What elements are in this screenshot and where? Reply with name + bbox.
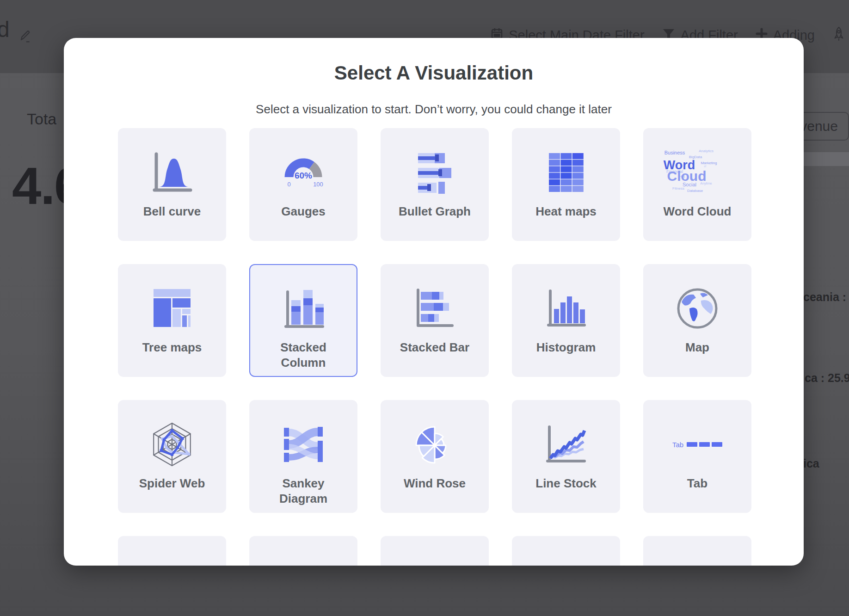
viz-card-label: Tab [687, 476, 708, 491]
tree-maps-icon [148, 285, 196, 332]
bullet-graph-icon [411, 149, 458, 196]
modal-title: Select A Visualization [64, 62, 804, 84]
viz-card-wind-rose[interactable]: Wind Rose [381, 400, 489, 513]
heat-maps-icon [542, 149, 590, 196]
sankey-diagram-icon [280, 421, 327, 468]
viz-card-icon-wrap [271, 554, 336, 566]
viz-card-label: Gauges [281, 204, 325, 219]
legend-africa: ca : 25.95 [805, 371, 849, 385]
svg-text:100: 100 [313, 181, 323, 188]
legend-america: ica [803, 457, 819, 470]
viz-card-icon-wrap [534, 283, 598, 334]
viz-card-heat-maps[interactable]: Heat maps [512, 128, 620, 241]
viz-card-label: Spider Web [139, 476, 205, 491]
viz-card-sankey-diagram[interactable]: Sankey Diagram [249, 400, 357, 513]
viz-card-icon-wrap [140, 283, 204, 334]
line-stock-icon [542, 421, 590, 468]
svg-text:0: 0 [287, 181, 290, 188]
viz-card-bullet-graph[interactable]: Bullet Graph [381, 128, 489, 241]
viz-card-label: Line Stock [535, 476, 596, 491]
viz-card-tab[interactable]: Tab Tab [643, 400, 751, 513]
viz-card-icon-wrap [534, 147, 598, 198]
viz-card-word-cloud[interactable]: BusinessAnalyticsBigDataWordITMarketingF… [643, 128, 751, 241]
viz-card-icon-wrap [140, 147, 204, 198]
map-globe-icon [674, 285, 721, 332]
viz-card-icon-wrap [271, 419, 336, 470]
gauges-icon: 60% 0 100 [280, 149, 327, 196]
viz-card-partial-5[interactable] [643, 536, 751, 566]
viz-card-label: Heat maps [535, 204, 597, 219]
tab-icon: Tab [672, 441, 722, 449]
viz-card-icon-wrap [534, 419, 598, 470]
viz-card-label: Bell curve [143, 204, 201, 219]
viz-card-partial-1[interactable] [118, 536, 226, 566]
viz-card-icon-wrap: BusinessAnalyticsBigDataWordITMarketingF… [665, 147, 730, 198]
viz-card-partial-4[interactable] [512, 536, 620, 566]
viz-card-icon-wrap [140, 419, 204, 470]
modal-subtitle: Select a visualization to start. Don’t w… [64, 102, 804, 117]
viz-card-label: Tree maps [142, 340, 202, 355]
svg-text:60%: 60% [295, 171, 312, 180]
viz-card-icon-wrap [665, 283, 730, 334]
kpi-label: Tota [27, 110, 56, 128]
visualization-modal: Select A Visualization Select a visualiz… [64, 38, 804, 566]
visualization-grid: Bell curve 60% 0 100 Gauges Bullet Graph… [118, 128, 751, 566]
viz-card-tree-maps[interactable]: Tree maps [118, 264, 226, 377]
viz-card-gauges[interactable]: 60% 0 100 Gauges [249, 128, 357, 241]
viz-card-icon-wrap [402, 283, 467, 334]
viz-card-label: Sankey Diagram [263, 476, 344, 506]
viz-card-label: Stacked Bar [400, 340, 469, 355]
stacked-column-icon [280, 285, 327, 332]
dashboard-title: d [0, 17, 10, 42]
viz-card-histogram[interactable]: Histogram [512, 264, 620, 377]
viz-card-icon-wrap: Tab [665, 419, 730, 470]
viz-card-label: Bullet Graph [399, 204, 471, 219]
spider-web-icon [148, 421, 196, 468]
legend-oceania: ceania : 8 [803, 290, 849, 304]
bell-curve-icon [148, 149, 196, 196]
wind-rose-icon [411, 421, 458, 468]
histogram-icon [542, 285, 590, 332]
word-cloud-icon: BusinessAnalyticsBigDataWordITMarketingF… [666, 148, 728, 197]
viz-card-icon-wrap: 60% 0 100 [271, 147, 336, 198]
viz-card-spider-web[interactable]: Spider Web [118, 400, 226, 513]
viz-card-stacked-bar[interactable]: Stacked Bar [381, 264, 489, 377]
viz-card-partial-2[interactable] [249, 536, 357, 566]
viz-card-icon-wrap [665, 554, 730, 566]
viz-card-label: Wind Rose [404, 476, 466, 491]
viz-card-label: Map [685, 340, 709, 355]
viz-card-map[interactable]: Map [643, 264, 751, 377]
viz-card-stacked-column[interactable]: Stacked Column [249, 264, 357, 377]
rocket-icon[interactable] [832, 26, 845, 44]
viz-card-line-stock[interactable]: Line Stock [512, 400, 620, 513]
viz-card-label: Word Cloud [664, 204, 732, 219]
viz-card-icon-wrap [534, 554, 598, 566]
viz-card-label: Stacked Column [263, 340, 344, 370]
viz-card-partial-3[interactable] [381, 536, 489, 566]
viz-card-icon-wrap [402, 419, 467, 470]
stacked-bar-icon [411, 285, 458, 332]
viz-card-icon-wrap [402, 554, 467, 566]
viz-card-icon-wrap [271, 283, 336, 334]
viz-card-icon-wrap [402, 147, 467, 198]
edit-pencil-icon[interactable] [18, 29, 32, 45]
viz-card-bell-curve[interactable]: Bell curve [118, 128, 226, 241]
viz-card-icon-wrap [140, 554, 204, 566]
viz-card-label: Histogram [536, 340, 596, 355]
